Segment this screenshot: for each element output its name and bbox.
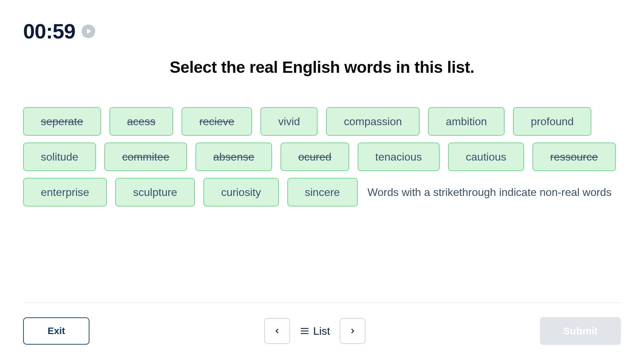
- timer-display: 00:59: [23, 19, 75, 43]
- list-button[interactable]: List: [297, 325, 333, 337]
- play-button[interactable]: [82, 24, 95, 38]
- timer-row: 00:59: [23, 19, 95, 43]
- word-chip[interactable]: commitee: [104, 143, 187, 171]
- word-chip[interactable]: recieve: [182, 107, 252, 136]
- word-chip[interactable]: enterprise: [23, 178, 107, 206]
- word-chip[interactable]: profound: [513, 107, 591, 136]
- word-chip[interactable]: seperate: [23, 107, 101, 136]
- instruction-text: Select the real English words in this li…: [0, 58, 644, 77]
- word-chip[interactable]: sincere: [287, 178, 358, 206]
- word-chip[interactable]: compassion: [326, 107, 420, 136]
- word-chip[interactable]: curiosity: [203, 178, 278, 206]
- exit-button[interactable]: Exit: [23, 317, 89, 345]
- chevron-right-icon: [349, 327, 357, 335]
- hint-text: Words with a strikethrough indicate non-…: [368, 186, 612, 199]
- word-chip[interactable]: absense: [196, 143, 272, 171]
- word-chip[interactable]: ocured: [281, 143, 349, 171]
- play-icon: [82, 24, 95, 38]
- list-icon: [300, 326, 310, 336]
- word-chip[interactable]: tenacious: [358, 143, 440, 171]
- submit-button[interactable]: Submit: [540, 317, 621, 345]
- nav-center: List: [264, 318, 366, 344]
- footer-bar: Exit List Submit: [23, 303, 621, 345]
- footer-divider: [23, 302, 621, 303]
- word-chip[interactable]: ambition: [428, 107, 505, 136]
- word-chip[interactable]: acess: [109, 107, 173, 136]
- word-chip[interactable]: cautious: [448, 143, 524, 171]
- list-label: List: [313, 325, 330, 337]
- chevron-left-icon: [273, 327, 281, 335]
- word-chip[interactable]: ressource: [532, 143, 616, 171]
- word-chip[interactable]: vivid: [260, 107, 318, 136]
- prev-button[interactable]: [264, 318, 290, 344]
- word-chip[interactable]: solitude: [23, 143, 96, 171]
- word-chip[interactable]: sculpture: [115, 178, 195, 206]
- next-button[interactable]: [340, 318, 366, 344]
- word-list: seperateacessrecievevividcompassionambit…: [23, 107, 621, 206]
